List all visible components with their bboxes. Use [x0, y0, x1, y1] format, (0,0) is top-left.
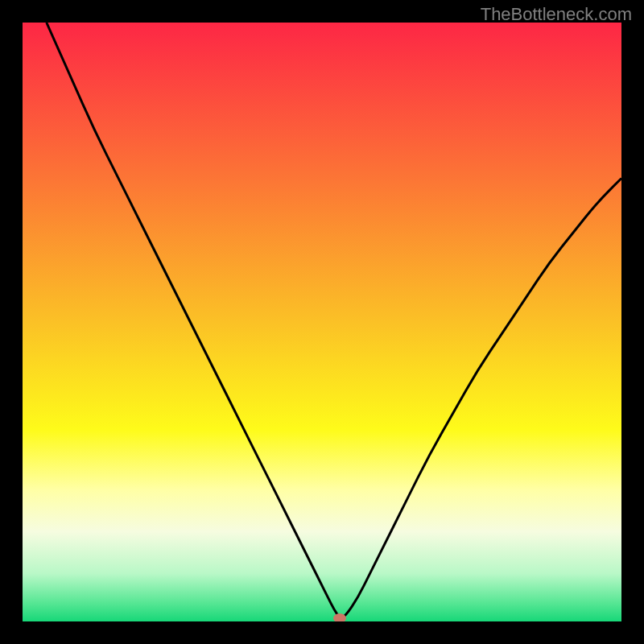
- plot-area: [23, 23, 621, 621]
- optimal-point-marker: [333, 613, 346, 623]
- watermark-text: TheBottleneck.com: [481, 4, 632, 25]
- bottleneck-curve: [23, 23, 621, 621]
